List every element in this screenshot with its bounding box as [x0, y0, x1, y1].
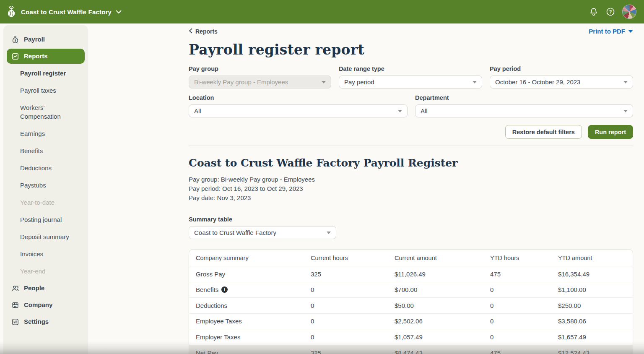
sliders-icon: [11, 318, 19, 326]
sidebar-item-payroll[interactable]: $ Payroll: [3, 31, 88, 48]
ytd-hours: 475: [490, 349, 558, 354]
department-value: All: [421, 107, 428, 115]
company-switcher[interactable]: Coast to Crust Waffle Factory: [6, 5, 122, 18]
report-heading: Coast to Crust Waffle Factory Payroll Re…: [189, 157, 633, 169]
print-to-pdf-label: Print to PDF: [589, 28, 625, 35]
ytd-amount: $1,657.49: [558, 333, 633, 341]
date-range-type-select[interactable]: Pay period: [339, 75, 482, 88]
ytd-amount: $12,524.43: [558, 349, 633, 354]
sidebar-item-deductions[interactable]: Deductions: [3, 159, 88, 177]
pay-group-label: Pay group: [189, 65, 331, 72]
sidebar-item-year-to-date: Year-to-date: [3, 194, 88, 211]
location-label: Location: [189, 94, 408, 101]
pay-group-value: Bi-weekly Pay group - Employees: [194, 78, 288, 86]
sidebar-item-payroll-register[interactable]: Payroll register: [3, 65, 88, 82]
table-row-net-pay: Net Pay 325 $8,474.43 475 $12,524.43: [189, 345, 633, 354]
date-range-type-value: Pay period: [344, 78, 374, 86]
column-header: YTD hours: [490, 255, 558, 261]
current-amount: $1,057.49: [395, 333, 490, 341]
sidebar-item-label: People: [24, 284, 44, 292]
storefront-icon: [11, 301, 19, 309]
sidebar-item-settings[interactable]: Settings: [3, 313, 88, 330]
chevron-down-icon: [116, 8, 122, 16]
ytd-amount: $3,580.06: [558, 318, 633, 325]
breadcrumb[interactable]: Reports: [189, 28, 218, 35]
sidebar-item-year-end: Year-end: [3, 263, 88, 280]
report-chart-icon: [11, 52, 19, 60]
ytd-hours: 0: [490, 333, 558, 341]
svg-text:$: $: [14, 39, 16, 42]
avatar[interactable]: [622, 5, 636, 19]
location-value: All: [194, 107, 201, 115]
money-bag-icon: $: [11, 35, 19, 44]
table-row-gross-pay: Gross Pay 325 $11,026.49 475 $16,354.49: [189, 266, 633, 282]
column-header: Current amount: [395, 255, 490, 261]
help-icon[interactable]: ?: [602, 3, 619, 20]
current-hours: 0: [311, 286, 395, 293]
date-range-type-label: Date range type: [339, 65, 482, 72]
current-amount: $11,026.49: [395, 271, 490, 278]
main-content: Reports Print to PDF Payroll register re…: [88, 23, 644, 354]
current-hours: 0: [311, 302, 395, 309]
current-amount: $700.00: [395, 286, 490, 293]
summary-table-select[interactable]: Coast to Crust Waffle Factory: [189, 226, 336, 239]
filters-section: Pay group Bi-weekly Pay group - Employee…: [189, 65, 633, 139]
svg-text:?: ?: [609, 9, 612, 14]
restore-default-filters-button[interactable]: Restore default filters: [505, 125, 582, 139]
table-row-benefits: Benefits i 0 $700.00 0 $1,100.00: [189, 282, 633, 298]
sidebar-item-paystubs[interactable]: Paystubs: [3, 177, 88, 194]
table-header-row: Company summary Current hours Current am…: [189, 250, 633, 266]
meta-pay-date: Pay date: Nov 3, 2023: [189, 193, 633, 203]
meta-pay-period: Pay period: Oct 16, 2023 to Oct 29, 2023: [189, 184, 633, 193]
top-bar: Coast to Crust Waffle Factory ?: [0, 0, 644, 23]
department-label: Department: [415, 94, 633, 101]
sidebar-item-people[interactable]: People: [3, 280, 88, 297]
table-row-employee-taxes: Employee Taxes 0 $2,502.06 0 $3,580.06: [189, 314, 633, 330]
ytd-amount: $250.00: [558, 302, 633, 309]
sidebar-item-deposit-summary[interactable]: Deposit summary: [3, 228, 88, 245]
caret-down-icon: [322, 81, 326, 83]
column-header: Company summary: [189, 255, 311, 261]
current-amount: $8,474.43: [395, 349, 490, 354]
column-header: Current hours: [311, 255, 395, 261]
sidebar-item-payroll-taxes[interactable]: Payroll taxes: [3, 82, 88, 99]
department-select[interactable]: All: [415, 104, 633, 117]
pay-group-select: Bi-weekly Pay group - Employees: [189, 75, 331, 88]
sidebar-item-label: Company: [24, 301, 52, 309]
caret-down-icon: [623, 110, 628, 112]
sidebar-item-benefits[interactable]: Benefits: [3, 142, 88, 159]
sidebar-item-earnings[interactable]: Earnings: [3, 125, 88, 142]
company-name: Coast to Crust Waffle Factory: [21, 8, 112, 16]
sidebar-item-workers-compensation[interactable]: Workers' Compensation: [3, 99, 88, 125]
sidebar-item-company[interactable]: Company: [3, 297, 88, 313]
sidebar-item-reports[interactable]: Reports: [7, 49, 85, 64]
ytd-hours: 0: [490, 286, 558, 293]
breadcrumb-label: Reports: [195, 28, 218, 35]
report-meta: Pay group: Bi-weekly Pay group - Employe…: [189, 175, 633, 203]
section-divider: [189, 146, 633, 146]
info-icon[interactable]: i: [221, 286, 228, 293]
row-label: Net Pay: [189, 349, 311, 354]
bell-icon[interactable]: [585, 3, 602, 20]
sidebar-item-label: Payroll: [24, 35, 45, 44]
ytd-amount: $16,354.49: [558, 271, 633, 278]
sidebar-item-posting-journal[interactable]: Posting journal: [3, 211, 88, 228]
chevron-left-icon: [189, 28, 192, 35]
pay-period-select[interactable]: October 16 - October 29, 2023: [490, 75, 633, 88]
company-summary-table: Company summary Current hours Current am…: [189, 249, 633, 354]
pay-period-label: Pay period: [490, 65, 633, 72]
people-icon: [11, 284, 19, 292]
print-to-pdf-button[interactable]: Print to PDF: [589, 28, 633, 35]
row-label: Deductions: [189, 302, 311, 309]
sidebar-item-label: Settings: [24, 318, 49, 326]
page-title: Payroll register report: [189, 42, 633, 58]
current-hours: 0: [311, 333, 395, 341]
current-amount: $2,502.06: [395, 318, 490, 325]
sidebar-item-invoices[interactable]: Invoices: [3, 245, 88, 263]
column-header: YTD amount: [558, 255, 633, 261]
row-label: Employer Taxes: [189, 333, 311, 341]
table-row-employer-taxes: Employer Taxes 0 $1,057.49 0 $1,657.49: [189, 329, 633, 345]
location-select[interactable]: All: [189, 104, 408, 117]
run-report-button[interactable]: Run report: [588, 125, 633, 139]
caret-down-icon: [327, 232, 331, 234]
